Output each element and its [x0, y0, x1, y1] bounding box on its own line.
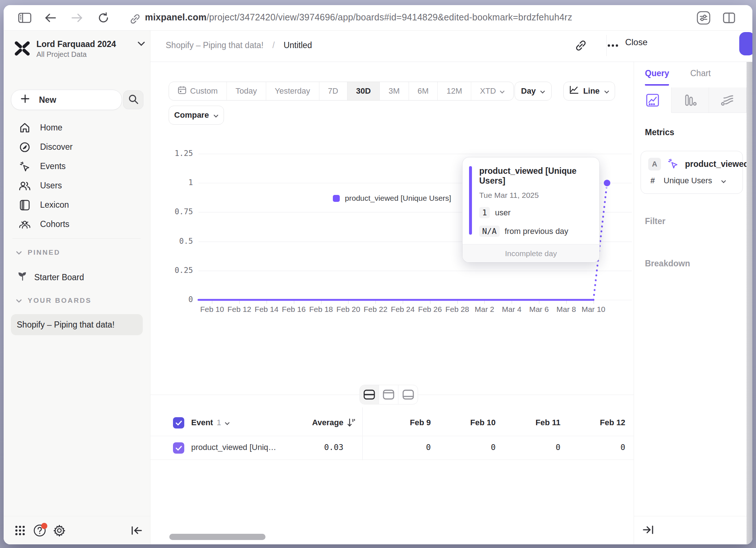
more-options-icon[interactable] [605, 37, 621, 54]
chevron-down-icon [225, 418, 230, 427]
reload-icon[interactable] [95, 10, 111, 26]
tooltip-footer: Incomplete day [462, 244, 599, 262]
table-date-column-header[interactable]: Feb 11 [496, 418, 560, 427]
x-axis-tick-label: Feb 12 [227, 305, 251, 314]
url-bar[interactable]: mixpanel.com/project/3472420/view/397469… [145, 12, 572, 23]
url-domain: mixpanel.com [145, 12, 206, 22]
hover-point-marker[interactable] [604, 180, 610, 186]
sidebar-item-lexicon[interactable]: Lexicon [4, 195, 150, 215]
table-date-column-header[interactable]: Feb 12 [560, 418, 625, 427]
sprout-icon [17, 271, 28, 283]
forward-icon[interactable] [69, 10, 85, 26]
sidebar-item-cohorts[interactable]: Cohorts [4, 215, 150, 234]
notification-dot [41, 523, 47, 529]
apps-grid-icon[interactable] [12, 522, 28, 539]
chart-kind-flow-tab[interactable] [709, 87, 747, 113]
chevron-down-icon [540, 86, 545, 96]
layout-table-toggle[interactable] [398, 385, 418, 404]
x-axis-tick-label: Mar 4 [502, 305, 521, 314]
split-view-icon[interactable] [721, 10, 737, 26]
breadcrumb-board-link[interactable]: Shopify – Piping that data! [166, 40, 264, 50]
browser-toolbar: mixpanel.com/project/3472420/view/397469… [4, 5, 752, 31]
chevron-down-icon [500, 86, 505, 96]
events-cursor-icon [668, 158, 678, 171]
report-title[interactable]: Untitled [284, 40, 312, 50]
your-boards-section-header[interactable]: YOUR BOARDS [16, 297, 92, 305]
users-icon [19, 181, 31, 191]
vertical-scrollbar[interactable] [747, 62, 752, 544]
sidebar-item-label: Home [40, 123, 62, 133]
settings-gear-icon[interactable] [51, 522, 68, 539]
tab-chart[interactable]: Chart [690, 68, 710, 86]
chevron-down-icon [213, 110, 218, 120]
pinned-section-header[interactable]: PINNED [16, 248, 60, 257]
range-30d[interactable]: 30D [347, 82, 380, 100]
compare-dropdown[interactable]: Compare [169, 106, 224, 125]
project-switcher[interactable]: Lord Farquaad 2024 All Project Data [14, 39, 141, 59]
query-panel: Query Chart Metrics A product_viewed # [634, 62, 752, 544]
sort-icon[interactable] [347, 418, 355, 428]
table-row[interactable]: product_viewed [Uniq… 0.03 0000 [150, 436, 634, 460]
sidebar-item-home[interactable]: Home [4, 118, 150, 137]
range-6m[interactable]: 6M [409, 82, 438, 100]
range-today[interactable]: Today [227, 82, 266, 100]
metric-aggregation[interactable]: # Unique Users [650, 176, 726, 185]
tooltip-accent-bar [469, 166, 472, 235]
save-button-partial[interactable] [739, 32, 752, 55]
event-column-header[interactable]: Event 1 [191, 418, 230, 427]
sidebar-item-discover[interactable]: Discover [4, 137, 150, 157]
collapse-sidebar-icon[interactable] [128, 522, 145, 539]
sidebar-footer [4, 516, 150, 544]
table-cell-value: 0 [366, 443, 431, 452]
range-custom[interactable]: Custom [169, 82, 227, 100]
sidebar-item-board-shopify[interactable]: Shopify – Piping that data! [11, 314, 143, 335]
x-axis-tick-label: Mar 2 [475, 305, 495, 314]
tab-query[interactable]: Query [645, 68, 669, 86]
row-checkbox[interactable] [173, 442, 184, 454]
sidebar-item-events[interactable]: Events [4, 157, 150, 176]
granularity-dropdown[interactable]: Day [515, 82, 552, 101]
chevron-down-icon [721, 176, 726, 185]
select-all-checkbox[interactable] [173, 417, 184, 428]
plus-icon [21, 94, 29, 105]
chevron-down-icon [16, 297, 22, 305]
back-icon[interactable] [42, 10, 58, 26]
chart-type-dropdown[interactable]: Line [563, 82, 615, 101]
reader-settings-icon[interactable] [696, 10, 712, 26]
help-icon[interactable] [31, 522, 48, 539]
chart-tooltip: product_viewed [Unique Users] Tue Mar 11… [462, 157, 599, 262]
table-date-column-header[interactable]: Feb 10 [431, 418, 496, 427]
layout-split-toggle[interactable] [360, 385, 379, 404]
range-12m[interactable]: 12M [438, 82, 471, 100]
metrics-header: Metrics [645, 128, 674, 137]
events-cursor-icon [19, 161, 31, 172]
x-axis-tick-label: Feb 16 [282, 305, 306, 314]
sidebar-item-starter-board[interactable]: Starter Board [17, 271, 84, 283]
metric-card[interactable]: A product_viewed # Unique Users [641, 151, 743, 194]
breakdown-header[interactable]: Breakdown [645, 259, 690, 269]
table-cell-value: 0 [560, 443, 625, 452]
browser-sidebar-toggle-icon[interactable] [17, 10, 33, 26]
filter-header[interactable]: Filter [645, 216, 665, 226]
copy-link-icon[interactable] [572, 37, 589, 54]
layout-chart-toggle[interactable] [379, 385, 398, 404]
chart-kind-line-tab[interactable] [634, 87, 672, 113]
table-date-column-header[interactable]: Feb 9 [366, 418, 431, 427]
range-xtd[interactable]: XTD [471, 82, 513, 100]
close-button[interactable]: Close [625, 37, 647, 47]
search-button[interactable] [123, 90, 143, 109]
new-button[interactable]: New [11, 90, 122, 110]
chart-kind-bar-tab[interactable] [672, 87, 709, 113]
query-panel-footer [634, 516, 747, 544]
project-chevron-down-icon[interactable] [138, 41, 145, 47]
average-column-header[interactable]: Average [303, 418, 343, 427]
sidebar-divider [12, 238, 141, 239]
x-axis-tick-label: Feb 14 [255, 305, 278, 314]
x-axis-tick-label: Feb 24 [391, 305, 414, 314]
range-7d[interactable]: 7D [319, 82, 347, 100]
sidebar-item-users[interactable]: Users [4, 176, 150, 195]
horizontal-scrollbar-thumb[interactable] [169, 534, 265, 540]
range-yesterday[interactable]: Yesterday [266, 82, 319, 100]
range-3m[interactable]: 3M [380, 82, 409, 100]
collapse-panel-icon[interactable] [640, 521, 657, 538]
